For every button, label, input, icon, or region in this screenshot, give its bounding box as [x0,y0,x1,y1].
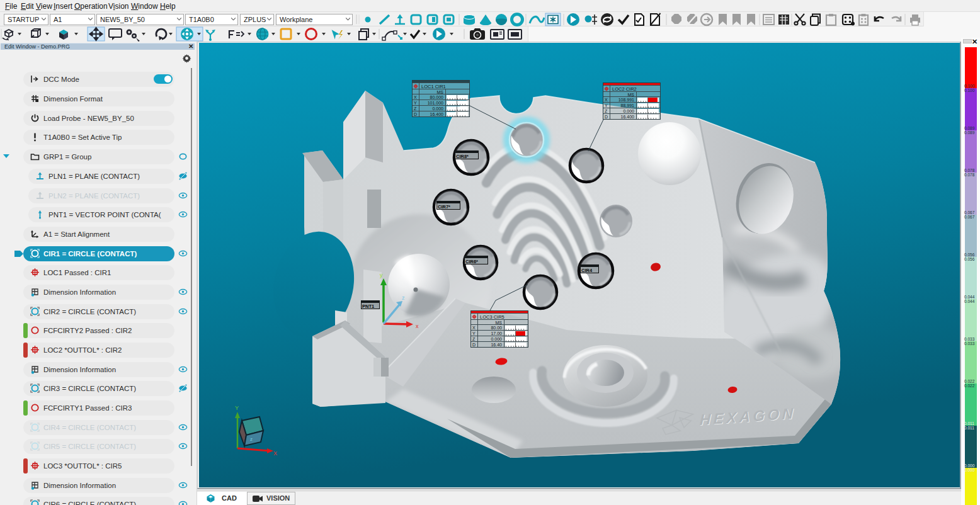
svg-text:z: z [250,436,253,442]
svg-text:X: X [273,450,277,457]
svg-text:Y: Y [235,405,239,411]
svg-text:z: z [402,295,405,301]
svg-text:x: x [416,323,419,329]
svg-text:y: y [380,272,383,278]
